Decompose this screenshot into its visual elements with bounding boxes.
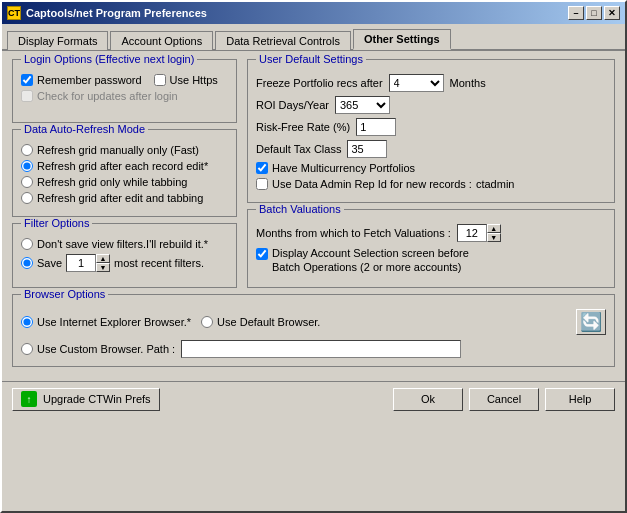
check-updates-checkbox[interactable] xyxy=(21,90,33,102)
tax-label: Default Tax Class xyxy=(256,143,341,155)
filter-save-label: Save xyxy=(37,257,62,269)
check-updates-label: Check for updates after login xyxy=(37,90,178,102)
datarep-checkbox[interactable] xyxy=(256,178,268,190)
batch-months-input[interactable] xyxy=(457,224,487,242)
filter-suffix: most recent filters. xyxy=(114,257,204,269)
maximize-button[interactable]: □ xyxy=(586,6,602,20)
default-radio[interactable] xyxy=(201,316,213,328)
refresh-radio-0[interactable] xyxy=(21,144,33,156)
multicurrency-checkbox[interactable] xyxy=(256,162,268,174)
refresh-option-0: Refresh grid manually only (Fast) xyxy=(21,144,228,156)
check-updates-row: Check for updates after login xyxy=(21,90,228,102)
use-https-checkbox[interactable] xyxy=(154,74,166,86)
app-icon: CT xyxy=(7,6,21,20)
batch-months-spinner: ▲ ▼ xyxy=(457,224,501,242)
ie-radio[interactable] xyxy=(21,316,33,328)
risk-row: Risk-Free Rate (%) xyxy=(256,118,606,136)
footer-right: Ok Cancel Help xyxy=(393,388,615,411)
footer-left: ↑ Upgrade CTWin Prefs xyxy=(12,388,160,411)
freeze-row: Freeze Portfolio recs after 456 Months xyxy=(256,74,606,92)
ok-button[interactable]: Ok xyxy=(393,388,463,411)
use-https-label: Use Https xyxy=(170,74,218,86)
filter-option-0: Don't save view filters.I'll rebuild it.… xyxy=(21,238,228,250)
tab-data-retrieval[interactable]: Data Retrieval Controls xyxy=(215,31,351,50)
filter-count-up[interactable]: ▲ xyxy=(96,254,110,263)
tax-input[interactable] xyxy=(347,140,387,158)
filter-options-group: Filter Options Don't save view filters.I… xyxy=(12,223,237,287)
refresh-radio-1[interactable] xyxy=(21,160,33,172)
upgrade-button[interactable]: ↑ Upgrade CTWin Prefs xyxy=(12,388,160,411)
content-area: Login Options (Effective next login) Rem… xyxy=(2,51,625,381)
remember-password-checkbox[interactable] xyxy=(21,74,33,86)
months-label: Months xyxy=(450,77,486,89)
roi-row: ROI Days/Year 365360 xyxy=(256,96,606,114)
tax-row: Default Tax Class xyxy=(256,140,606,158)
refresh-label-0: Refresh grid manually only (Fast) xyxy=(37,144,199,156)
top-group-row: Login Options (Effective next login) Rem… xyxy=(12,59,615,288)
data-refresh-label: Data Auto-Refresh Mode xyxy=(21,123,148,135)
filter-radio-1[interactable] xyxy=(21,257,33,269)
user-default-group: User Default Settings Freeze Portfolio r… xyxy=(247,59,615,203)
batch-display-label: Display Account Selection screen before … xyxy=(272,246,472,275)
main-window: CT Captools/net Program Preferences – □ … xyxy=(0,0,627,513)
tab-bar: Display Formats Account Options Data Ret… xyxy=(2,24,625,51)
freeze-select[interactable]: 456 xyxy=(389,74,444,92)
window-controls: – □ ✕ xyxy=(568,6,620,20)
login-options-group: Login Options (Effective next login) Rem… xyxy=(12,59,237,123)
ok-label: Ok xyxy=(421,393,435,405)
batch-valuations-group: Batch Valuations Months from which to Fe… xyxy=(247,209,615,288)
risk-input[interactable] xyxy=(356,118,396,136)
titlebar: CT Captools/net Program Preferences – □ … xyxy=(2,2,625,24)
batch-months-label: Months from which to Fetch Valuations : xyxy=(256,227,451,239)
default-radio-row: Use Default Browser. xyxy=(201,316,320,328)
refresh-option-3: Refresh grid after edit and tabbing xyxy=(21,192,228,204)
roi-label: ROI Days/Year xyxy=(256,99,329,111)
window-title: Captools/net Program Preferences xyxy=(26,7,207,19)
cancel-label: Cancel xyxy=(487,393,521,405)
batch-months-row: Months from which to Fetch Valuations : … xyxy=(256,224,606,242)
browser-options-group: Browser Options Use Internet Explorer Br… xyxy=(12,294,615,367)
batch-display-checkbox[interactable] xyxy=(256,248,268,260)
custom-radio[interactable] xyxy=(21,343,33,355)
filter-options-label: Filter Options xyxy=(21,217,92,229)
refresh-icon: 🔄 xyxy=(580,311,602,333)
close-button[interactable]: ✕ xyxy=(604,6,620,20)
ie-radio-row: Use Internet Explorer Browser.* xyxy=(21,316,191,328)
roi-select[interactable]: 365360 xyxy=(335,96,390,114)
multicurrency-row: Have Multicurrency Portfolios xyxy=(256,162,606,174)
filter-count-spinner: ▲ ▼ xyxy=(66,254,110,272)
right-column: User Default Settings Freeze Portfolio r… xyxy=(247,59,615,288)
custom-browser-row: Use Custom Browser. Path : xyxy=(21,340,606,358)
filter-radio-0[interactable] xyxy=(21,238,33,250)
cancel-button[interactable]: Cancel xyxy=(469,388,539,411)
risk-label: Risk-Free Rate (%) xyxy=(256,121,350,133)
tab-display-formats[interactable]: Display Formats xyxy=(7,31,108,50)
tab-other-settings[interactable]: Other Settings xyxy=(353,29,451,50)
browser-icon-button[interactable]: 🔄 xyxy=(576,309,606,335)
refresh-radio-3[interactable] xyxy=(21,192,33,204)
minimize-button[interactable]: – xyxy=(568,6,584,20)
datarep-row: Use Data Admin Rep Id for new records : … xyxy=(256,178,606,190)
browser-options-label: Browser Options xyxy=(21,288,108,300)
batch-label: Batch Valuations xyxy=(256,203,344,215)
help-button[interactable]: Help xyxy=(545,388,615,411)
remember-password-label: Remember password xyxy=(37,74,142,86)
login-options-label: Login Options (Effective next login) xyxy=(21,53,197,65)
browser-path-input[interactable] xyxy=(181,340,461,358)
filter-count-input[interactable] xyxy=(66,254,96,272)
default-browser-label: Use Default Browser. xyxy=(217,316,320,328)
tab-account-options[interactable]: Account Options xyxy=(110,31,213,50)
upgrade-label: Upgrade CTWin Prefs xyxy=(43,393,151,405)
freeze-label: Freeze Portfolio recs after xyxy=(256,77,383,89)
footer: ↑ Upgrade CTWin Prefs Ok Cancel Help xyxy=(2,381,625,419)
refresh-radio-2[interactable] xyxy=(21,176,33,188)
filter-option-1: Save ▲ ▼ most recent filters. xyxy=(21,254,228,272)
ie-label: Use Internet Explorer Browser.* xyxy=(37,316,191,328)
refresh-label-2: Refresh grid only while tabbing xyxy=(37,176,187,188)
filter-count-buttons: ▲ ▼ xyxy=(96,254,110,272)
filter-count-down[interactable]: ▼ xyxy=(96,263,110,272)
batch-months-up[interactable]: ▲ xyxy=(487,224,501,233)
browser-top-row: Use Internet Explorer Browser.* Use Defa… xyxy=(21,309,606,335)
batch-months-down[interactable]: ▼ xyxy=(487,233,501,242)
batch-display-row: Display Account Selection screen before … xyxy=(256,246,606,275)
